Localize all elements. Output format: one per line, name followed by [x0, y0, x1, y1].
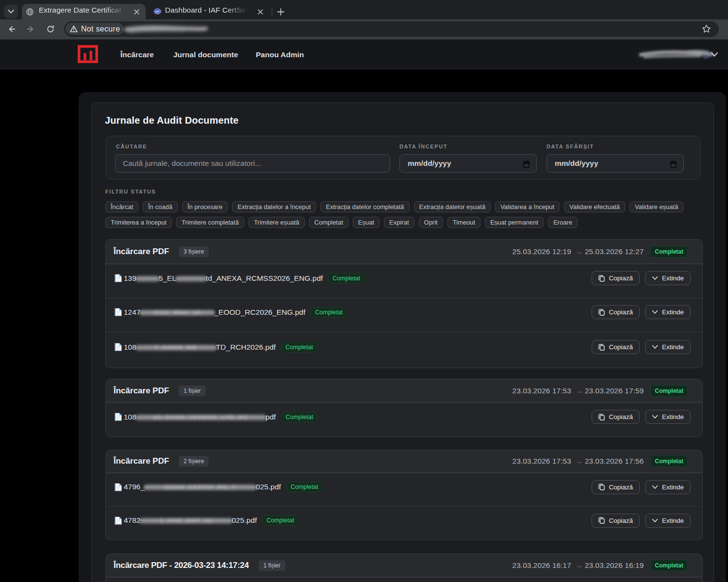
svg-text:IAF: IAF: [155, 10, 159, 13]
